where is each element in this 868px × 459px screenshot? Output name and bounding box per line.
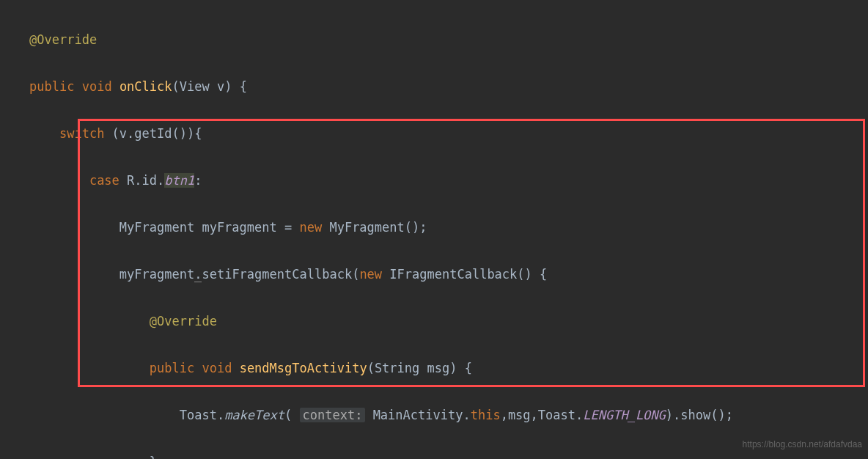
keyword: new (359, 267, 382, 282)
static-method: makeText (224, 408, 284, 422)
annotation: @Override (29, 32, 97, 47)
code-text: } (150, 455, 157, 459)
keyword: new (299, 220, 322, 235)
method-name: onClick (119, 79, 172, 94)
keyword: this (471, 408, 501, 422)
code-text: MyFragment myFragment = (119, 220, 300, 235)
keyword: case (89, 173, 119, 188)
code-text: ).show(); (666, 408, 733, 422)
code-text: IFragmentCallback() { (382, 267, 547, 282)
code-text: myFragment (119, 267, 194, 282)
code-line: switch (v.getId()){ (0, 122, 868, 145)
static-field: LENGTH_LONG (583, 408, 666, 422)
code-text: R.id. (119, 173, 164, 188)
code-line: @Override (0, 28, 868, 51)
code-line: myFragment.setiFragmentCallback(new IFra… (0, 262, 868, 286)
code-line: @Override (0, 309, 868, 333)
code-text: (v.getId()){ (104, 126, 202, 141)
method-name: sendMsgToActivity (240, 361, 367, 375)
keyword: public (29, 79, 74, 94)
parameter-hint: context: (300, 408, 366, 422)
code-text: ( (284, 408, 299, 422)
code-text: : (194, 173, 202, 188)
code-line: public void sendMsgToActivity(String msg… (0, 356, 868, 380)
code-text: MyFragment(); (322, 220, 427, 235)
keyword: public (150, 361, 194, 375)
code-text: MainActivity. (365, 408, 470, 422)
static-field: btn1 (164, 173, 194, 188)
watermark-text: https://blog.csdn.net/afdafvdaa (743, 433, 862, 456)
keyword: void (202, 361, 232, 375)
code-text: . (194, 267, 202, 282)
code-text: (String msg) { (367, 361, 472, 375)
annotation: @Override (150, 314, 217, 328)
code-line: case R.id.btn1: (0, 169, 868, 192)
code-text: Toast. (180, 408, 224, 422)
code-text: (View v) { (172, 79, 247, 94)
code-editor[interactable]: @Override public void onClick(View v) { … (0, 0, 868, 459)
code-text: ,msg,Toast. (501, 408, 584, 422)
code-line: Toast.makeText( context: MainActivity.th… (0, 403, 868, 427)
code-line: public void onClick(View v) { (0, 75, 868, 98)
code-line: MyFragment myFragment = new MyFragment()… (0, 216, 868, 239)
code-line: } (0, 450, 868, 459)
keyword: switch (59, 126, 104, 141)
keyword: void (82, 79, 112, 94)
code-text: setiFragmentCallback( (202, 267, 359, 282)
